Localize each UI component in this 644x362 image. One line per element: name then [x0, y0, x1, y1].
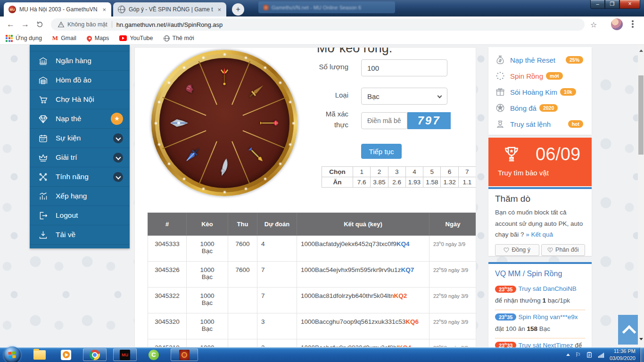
scrollbar-down-icon[interactable] [639, 338, 643, 340]
bookmark-apps[interactable]: Ứng dụng [6, 35, 42, 42]
coccoc-icon: C [149, 350, 159, 360]
logout-icon [38, 211, 48, 221]
taskbar-mu-launcher[interactable]: MU [113, 348, 137, 361]
scrollbar-up-icon[interactable] [639, 49, 643, 52]
tab-close-icon[interactable]: × [101, 6, 107, 13]
menu-item-bong-da[interactable]: Bóng đá 2020 [495, 100, 592, 116]
scrollbar-thumb[interactable] [638, 75, 644, 155]
type-select[interactable]: Bạc [361, 88, 447, 105]
taskbar-chrome[interactable] [83, 348, 107, 361]
bookmark-gmail[interactable]: M Gmail [52, 34, 76, 42]
sidebar-item-giai-tri[interactable]: Giải trí [30, 148, 130, 167]
poll-result-link[interactable]: » Kết quả [526, 231, 553, 238]
clipboard-tray-icon[interactable] [586, 352, 593, 358]
quantity-input[interactable] [361, 59, 447, 76]
menu-item-spin-rong[interactable]: Spin Rồng mới [495, 68, 592, 84]
taskbar-media-player[interactable] [56, 348, 76, 361]
sidebar-item-label: Ngân hàng [56, 57, 91, 65]
hidden-icons-arrow[interactable] [566, 354, 570, 356]
odds-choice[interactable]: 7 [458, 167, 476, 177]
sidebar-item-nap-the[interactable]: Nạp thẻ ★ [30, 109, 130, 129]
sidebar-item-hom-do-ao[interactable]: Hòm đồ ảo [30, 71, 130, 90]
cell-thu [228, 288, 257, 313]
odds-choice[interactable]: 5 [423, 167, 441, 177]
feed-title[interactable]: VQ MM / Spin Rồng [495, 270, 585, 278]
captcha-input[interactable] [361, 112, 407, 129]
cell-keo: 1000 Bạc [187, 262, 228, 288]
tools-icon [38, 172, 48, 182]
network-signal-icon[interactable] [598, 352, 604, 358]
background-window-titlebar[interactable]: GamethuVN.net - MU Online Season 6 [258, 1, 395, 13]
sidebar-item-xep-hang[interactable]: Xếp hạng [30, 187, 130, 206]
action-center-flag-icon[interactable]: ⚐ [575, 351, 581, 358]
bookmark-newtab[interactable]: Thẻ mới [164, 35, 194, 41]
url-text[interactable]: hn.gamethuvn.net/#auth/SpinRong.asp [116, 21, 223, 28]
table-row: 3045322 1000 Bạc 7 1000Bac81dfolrzyb640t… [148, 288, 477, 313]
apps-grid-icon [6, 35, 13, 42]
spin-wheel[interactable] [151, 50, 297, 196]
back-icon[interactable]: ← [7, 20, 15, 29]
taskbar-mu-game[interactable] [171, 348, 198, 361]
reload-icon[interactable] [36, 20, 44, 28]
soccer-ball-icon [495, 103, 505, 113]
cart-icon [38, 95, 48, 105]
odds-choice[interactable]: 3 [388, 167, 405, 177]
taskbar-clock[interactable]: 11:36 PM 03/09/2020 [610, 348, 636, 362]
menu-item-nap-the-reset[interactable]: Nạp thẻ Reset 25% [495, 52, 592, 68]
continue-button[interactable]: Tiếp tục [361, 144, 402, 159]
browser-scrollbar[interactable] [638, 45, 644, 347]
event-banner[interactable]: 06/09 Truy tìm bảo vật [488, 138, 592, 186]
sidebar-item-cho-ha-noi[interactable]: Chợ Hà Nội [30, 90, 130, 109]
feed-player-link[interactable]: Spin Rồng van***e9x [518, 313, 578, 321]
sidebar-item-label: Xếp hạng [56, 192, 87, 200]
menu-item-label: Spin Rồng [510, 72, 543, 80]
new-tab-button[interactable]: + [232, 3, 244, 16]
bookmark-youtube[interactable]: YouTube [119, 35, 153, 41]
captcha-label: Mã xác thực [311, 110, 348, 129]
taskbar-explorer[interactable] [29, 348, 50, 361]
taskbar-coccoc[interactable]: C [143, 348, 164, 361]
browser-menu-icon[interactable] [632, 20, 634, 28]
maximize-button[interactable]: ❐ [605, 0, 619, 9]
menu-item-truy-sat-lenh[interactable]: Truy sát lệnh hot [495, 116, 592, 132]
odds-choice[interactable]: 4 [405, 167, 423, 177]
bookmark-star-icon[interactable]: ☆ [590, 20, 597, 29]
captcha-code[interactable]: 797 [407, 112, 451, 129]
chevron-down-icon[interactable] [113, 133, 123, 143]
chevron-down-icon[interactable] [113, 172, 123, 182]
sidebar-item-logout[interactable]: Logout [30, 206, 130, 225]
sidebar-item-tai-ve[interactable]: Tải về [30, 225, 130, 245]
menu-item-soi-hoang-kim[interactable]: Sói Hoàng Kim 10k [495, 84, 592, 100]
sidebar-item-partial[interactable] [30, 45, 130, 51]
minimize-button[interactable]: – [590, 0, 605, 9]
feed-player-link[interactable]: Truy sát DanChoiNB [518, 285, 576, 292]
show-desktop-button[interactable] [640, 347, 644, 362]
sidebar-item-ngan-hang[interactable]: Ngân hàng [30, 51, 130, 71]
tab-close-icon[interactable]: × [216, 6, 223, 13]
close-button[interactable]: × [619, 0, 640, 9]
profile-avatar[interactable] [611, 18, 623, 30]
odds-choice[interactable]: 6 [441, 167, 458, 177]
feed-player-link[interactable]: Truy sát NextTimez [518, 342, 573, 347]
menu-item-label: Truy sát lệnh [510, 120, 551, 128]
scroll-to-top-button[interactable] [618, 315, 640, 345]
sidebar-item-su-kien[interactable]: Sự kiện [30, 129, 130, 148]
time-badge: 23h35 [495, 286, 516, 293]
bookmarks-bar: Ứng dụng M Gmail Maps YouTube Thẻ mới [0, 32, 644, 45]
tab-gop-y[interactable]: Góp ý - VỀ SPIN RỒNG | Game th × [113, 2, 226, 16]
bookmark-maps[interactable]: Maps [87, 35, 109, 41]
start-button[interactable] [4, 346, 21, 362]
odds-choice[interactable]: 2 [371, 167, 388, 177]
forward-icon[interactable]: → [21, 20, 29, 29]
poll-disagree-button[interactable]: Phản đối [541, 244, 586, 256]
sidebar-item-tinh-nang[interactable]: Tính năng [30, 167, 130, 187]
url-field[interactable]: Không bảo mật hn.gamethuvn.net/#auth/Spi… [51, 18, 585, 31]
results-header-row: # Kèo Thu Dự đoán Kết quả (key) Ngày [148, 213, 477, 236]
tab-title: Góp ý - VỀ SPIN RỒNG | Game th [129, 6, 213, 13]
poll-agree-button[interactable]: Đồng ý [495, 244, 539, 256]
bookmark-label: YouTube [130, 35, 153, 41]
feed-item: 23h35Truy sát DanChoiNB để nhận thưởng 1… [495, 282, 585, 310]
odds-choice[interactable]: 1 [353, 167, 371, 177]
tab-mu-hanoi[interactable]: MU MU Hà Nội 2003 - GamethuVN.n × [4, 2, 111, 16]
chevron-down-icon[interactable] [113, 153, 123, 163]
